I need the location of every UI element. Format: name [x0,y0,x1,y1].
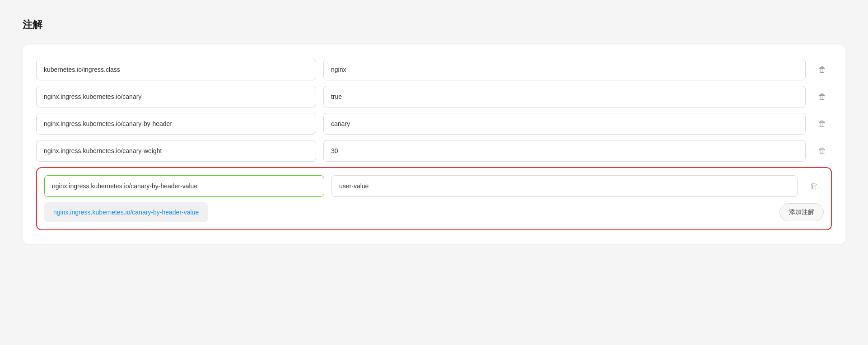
delete-button-3[interactable]: 🗑 [813,114,832,133]
annotation-key-input-5[interactable] [44,175,324,197]
annotation-value-input-1[interactable] [323,59,806,80]
annotation-value-input-2[interactable] [323,86,806,107]
delete-button-4[interactable]: 🗑 [813,141,832,160]
trash-icon-2: 🗑 [818,92,826,102]
annotation-key-input-1[interactable] [36,59,316,80]
delete-button-2[interactable]: 🗑 [813,87,832,106]
trash-icon-5: 🗑 [810,182,818,191]
page-title: 注解 [23,18,845,32]
annotation-value-input-5[interactable] [331,175,798,197]
trash-icon-3: 🗑 [818,119,826,129]
annotation-key-input-4[interactable] [36,140,316,162]
annotation-value-input-4[interactable] [323,140,806,162]
annotation-key-input-3[interactable] [36,113,316,135]
add-annotation-button[interactable]: 添加注解 [779,203,824,221]
annotation-row-5: 🗑 [44,175,824,197]
annotation-row-2: 🗑 [36,86,832,107]
annotation-row-4: 🗑 [36,140,832,162]
annotation-row-1: 🗑 [36,59,832,80]
annotation-row-3: 🗑 [36,113,832,135]
annotation-key-input-2[interactable] [36,86,316,107]
suggestion-text: nginx.ingress.kubernetes.io/canary-by-he… [53,209,199,216]
trash-icon-4: 🗑 [818,146,826,156]
suggestion-chip[interactable]: nginx.ingress.kubernetes.io/canary-by-he… [44,202,208,222]
delete-button-5[interactable]: 🗑 [805,177,824,196]
annotation-value-input-3[interactable] [323,113,806,135]
active-section: 🗑 nginx.ingress.kubernetes.io/canary-by-… [36,167,832,230]
trash-icon-1: 🗑 [818,65,826,75]
suggestion-row: nginx.ingress.kubernetes.io/canary-by-he… [44,202,824,222]
annotations-container: 🗑 🗑 🗑 🗑 🗑 [23,45,845,244]
delete-button-1[interactable]: 🗑 [813,60,832,79]
